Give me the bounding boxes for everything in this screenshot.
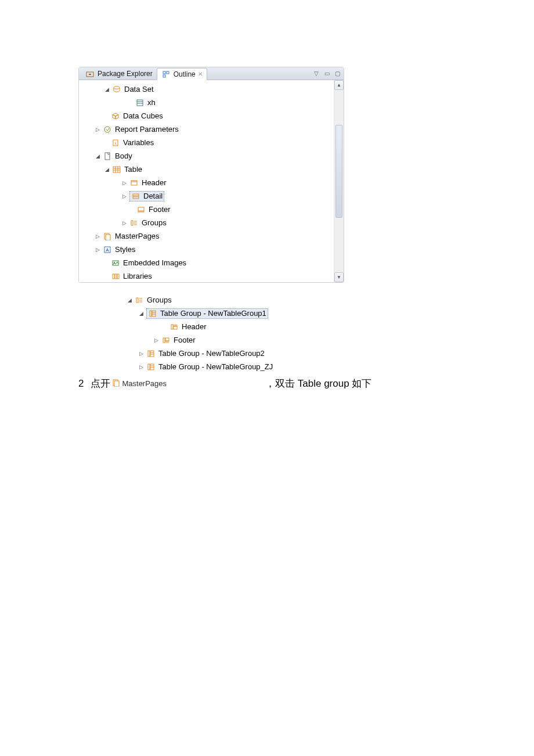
tree-label: Body: [113, 152, 132, 160]
svg-rect-43: [152, 311, 156, 316]
svg-rect-38: [136, 298, 138, 303]
collapse-icon[interactable]: ◢: [94, 152, 102, 160]
footer-row-icon: [136, 205, 146, 214]
view-tabbar: Package Explorer Outline ✕ ▽ ▭ ▢: [79, 67, 344, 80]
expand-icon[interactable]: ▷: [94, 125, 102, 133]
view-menu-icon[interactable]: ▽: [312, 69, 320, 77]
libraries-icon: [111, 272, 120, 281]
svg-rect-53: [150, 351, 154, 357]
svg-rect-25: [131, 221, 133, 225]
report-parameters-icon: [103, 125, 112, 134]
tree-label: Table: [122, 165, 142, 174]
svg-rect-1: [89, 74, 91, 75]
expand-icon[interactable]: ▷: [94, 232, 102, 240]
master-pages-icon: [103, 232, 112, 241]
header-row-icon: [129, 178, 139, 188]
embedded-images-icon: [111, 258, 120, 268]
svg-rect-35: [113, 274, 114, 279]
expand-icon[interactable]: ▷: [94, 246, 102, 253]
scroll-thumb[interactable]: [335, 125, 342, 218]
collapse-icon[interactable]: ◢: [138, 309, 145, 317]
secondary-tree-snippet: ◢ Groups ◢ Tabl: [78, 291, 534, 390]
svg-point-5: [114, 86, 120, 88]
svg-rect-61: [114, 381, 119, 387]
tree-label: Table Group - NewTableGroup2: [156, 349, 265, 358]
svg-rect-19: [131, 181, 137, 182]
svg-text:A: A: [106, 247, 109, 253]
expand-icon[interactable]: ▷: [138, 350, 145, 357]
tree-label: Report Parameters: [113, 125, 179, 134]
scroll-up-icon[interactable]: ▲: [334, 80, 344, 90]
tree-label: Groups: [139, 218, 167, 227]
tree-label: Data Cubes: [121, 111, 163, 120]
collapse-icon[interactable]: ◢: [126, 296, 134, 304]
svg-rect-12: [105, 153, 110, 160]
tab-label: Package Explorer: [98, 70, 153, 78]
svg-text:x: x: [114, 141, 117, 145]
close-icon[interactable]: ✕: [198, 71, 203, 77]
tab-package-explorer[interactable]: Package Explorer: [81, 67, 157, 80]
svg-rect-57: [150, 364, 154, 370]
body-icon: [103, 152, 112, 161]
expand-icon[interactable]: ▷: [121, 179, 128, 186]
outline-tree-area: ◢ Data Set xh: [79, 80, 344, 282]
maximize-icon[interactable]: ▢: [333, 69, 341, 77]
svg-rect-50: [165, 338, 169, 341]
svg-rect-30: [106, 235, 110, 240]
svg-rect-42: [150, 311, 151, 316]
scroll-track[interactable]: [334, 90, 344, 272]
groups-icon: [135, 296, 144, 305]
tree-label: Footer: [171, 336, 196, 344]
svg-point-9: [104, 127, 110, 132]
data-set-icon: [112, 85, 121, 94]
tree-label: Libraries: [121, 272, 152, 280]
tree-label-selected: Detail: [141, 192, 163, 200]
outline-icon: [161, 70, 171, 79]
outline-tree[interactable]: ◢ Data Set xh: [79, 80, 344, 282]
vertical-scrollbar[interactable]: ▲ ▼: [334, 80, 344, 282]
tree-label: Header: [179, 322, 207, 331]
group-header-icon: [169, 322, 179, 332]
tree-label: Groups: [145, 296, 172, 304]
variables-icon: x: [111, 138, 120, 147]
expand-icon[interactable]: ▷: [138, 363, 145, 370]
master-pages-icon: [111, 378, 121, 387]
tree-label: Footer: [146, 205, 171, 214]
expand-icon[interactable]: ▷: [121, 192, 128, 200]
tree-label: Table Group - NewTableGroup_ZJ: [156, 362, 273, 371]
tree-label: xh: [145, 98, 156, 107]
dataset-item-icon: [135, 98, 145, 107]
instruction-right: ，双击 Table group 如下: [265, 377, 371, 390]
data-cubes-icon: [111, 111, 120, 121]
svg-rect-13: [113, 167, 120, 172]
expand-icon[interactable]: ▷: [121, 219, 128, 226]
tab-label: Outline: [174, 70, 196, 78]
svg-rect-20: [133, 194, 139, 199]
minimize-icon[interactable]: ▭: [323, 69, 331, 77]
tree-label: Variables: [121, 138, 154, 147]
groups-icon: [129, 218, 139, 228]
tab-outline[interactable]: Outline ✕: [157, 68, 207, 80]
tree-label-selected: Table Group - NewTableGroup1: [158, 309, 266, 318]
table-group-icon: [148, 309, 157, 318]
svg-rect-24: [138, 210, 144, 212]
tree-label: Embedded Images: [121, 258, 186, 267]
expand-icon[interactable]: ▷: [153, 336, 160, 344]
svg-rect-49: [163, 338, 165, 343]
view-toolbar: ▽ ▭ ▢: [312, 69, 341, 77]
tree-label: Styles: [113, 245, 135, 254]
svg-rect-51: [165, 341, 169, 343]
outline-panel: Package Explorer Outline ✕ ▽ ▭ ▢ ◢: [78, 67, 344, 283]
svg-rect-52: [148, 351, 150, 357]
tree-label: Data Set: [122, 85, 154, 93]
table-group-icon: [146, 362, 156, 372]
collapse-icon[interactable]: ◢: [103, 85, 111, 93]
svg-rect-56: [148, 364, 150, 370]
table-icon: [112, 165, 121, 174]
master-pages-cut-label: MasterPages: [122, 379, 167, 388]
group-footer-icon: [161, 336, 171, 345]
instruction-left: 点开: [91, 377, 110, 390]
collapse-icon[interactable]: ◢: [103, 165, 111, 173]
svg-rect-3: [167, 71, 169, 74]
scroll-down-icon[interactable]: ▼: [334, 272, 344, 282]
